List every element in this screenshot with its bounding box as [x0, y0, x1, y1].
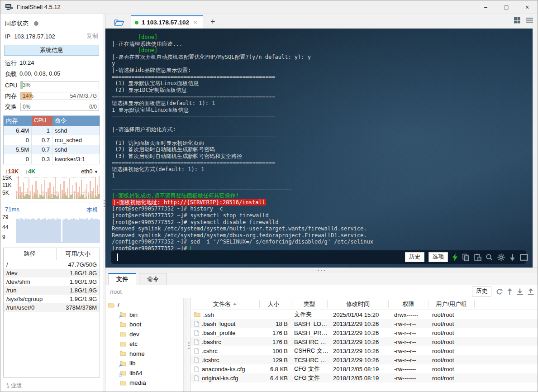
- system-info-button[interactable]: 系统信息: [4, 45, 99, 56]
- tree-item-lib64[interactable]: lib64: [108, 368, 183, 378]
- directory-tree[interactable]: /binbootdevetchomeliblib64media: [105, 298, 183, 392]
- fullscreen-icon[interactable]: [520, 254, 528, 261]
- minimize-button[interactable]: −: [475, 0, 496, 14]
- text-cursor: [117, 253, 118, 261]
- process-col-command[interactable]: 命令: [52, 116, 100, 126]
- terminal-toolbar: 历史 选项: [405, 252, 528, 262]
- terminal-line: /configer9905777352 ~]# sed -i '/^SELINU…: [112, 239, 529, 245]
- tab-close-icon[interactable]: ×: [194, 19, 197, 26]
- terminal-line: ========================================…: [112, 159, 529, 166]
- file-row-.bash_profile[interactable]: .bash_profile176 BBASH_PR…2013/12/29 10:…: [190, 328, 538, 337]
- memory-meter: 内存 14% 547M/3.7G: [0, 91, 103, 101]
- tree-item-bin[interactable]: bin: [108, 310, 183, 320]
- file-row-.cshrc[interactable]: .cshrc100 BCSHRC 文…2013/12/29 10:26-rw-r…: [190, 346, 538, 355]
- paste-icon[interactable]: [474, 253, 481, 261]
- path-input[interactable]: /root: [110, 288, 472, 295]
- disk-row[interactable]: /47.7G/50G: [4, 260, 100, 269]
- search-icon[interactable]: [486, 253, 493, 261]
- chart-tick-label: 5K: [2, 190, 9, 196]
- disk-table[interactable]: 路径 可用/大小 /47.7G/50G/dev1.8G/1.8G/dev/shm…: [3, 248, 100, 378]
- tree-item-boot[interactable]: boot: [108, 320, 183, 330]
- panel-splitter[interactable]: [105, 268, 538, 273]
- tree-item-home[interactable]: home: [108, 349, 183, 359]
- scroll-to-bottom-icon[interactable]: [509, 253, 516, 261]
- file-row-.bashrc[interactable]: .bashrc176 BBASHRC …2013/12/29 10:26-rw-…: [190, 337, 538, 346]
- finalshell-window: FinalShell 4.5.12 − □ × 同步状态 IP 103.178.…: [0, 0, 538, 392]
- terminal-scrollbar[interactable]: [533, 29, 538, 268]
- maximize-button[interactable]: □: [496, 0, 517, 14]
- tree-item-dev[interactable]: dev: [108, 330, 183, 339]
- disk-row[interactable]: /sys/fs/cgroup1.9G/1.9G: [4, 295, 100, 303]
- process-col-memory[interactable]: 内存: [4, 116, 32, 126]
- sidebar: 同步状态 IP 103.178.57.102 复制 系统信息 运行 10:24 …: [0, 14, 103, 392]
- pathbar: /root 历史: [105, 285, 538, 298]
- new-tab-button[interactable]: +: [208, 17, 218, 29]
- disk-row[interactable]: /dev/shm1.9G/1.9G: [4, 277, 100, 286]
- tree-item-etc[interactable]: etc: [108, 339, 183, 349]
- file-row-original-ks.cfg[interactable]: original-ks.cfg6.4 KBCFG 文件2018/12/05 08…: [190, 373, 538, 382]
- options-button[interactable]: 选项: [428, 252, 448, 262]
- process-col-cpu[interactable]: CPU: [32, 116, 52, 126]
- refresh-icon[interactable]: [496, 288, 503, 295]
- disk-row[interactable]: /run/user/0378M/378M: [4, 303, 100, 312]
- close-button[interactable]: ×: [517, 0, 538, 14]
- terminal-line: (1) 显示默认宝塔Linux面板信息: [112, 80, 529, 87]
- folder-icon: [120, 322, 126, 327]
- terminal[interactable]: [done]|-正在清理系统使用痕迹... [done]|-是否在首次开机自动按…: [105, 29, 533, 268]
- tree-item-media[interactable]: media: [108, 378, 183, 388]
- disk-col-size[interactable]: 可用/大小: [57, 248, 100, 260]
- download-icon[interactable]: [517, 288, 523, 295]
- file-col-user[interactable]: 用户/用户组: [428, 300, 475, 308]
- file-col-size[interactable]: 大小: [260, 300, 291, 308]
- app-logo-icon: [5, 4, 13, 10]
- grid-view-icon[interactable]: [514, 17, 520, 24]
- file-icon: [194, 348, 199, 354]
- sync-status-label: 同步状态: [5, 19, 29, 28]
- file-row-.bash_logout[interactable]: .bash_logout18 BBASH_LO…2013/12/29 10:26…: [190, 319, 538, 328]
- tab-commands[interactable]: 命令: [139, 273, 167, 285]
- terminal-line: |-是否在首次开机自动按机器配置优化PHP/MySQL配置?(y/n defau…: [112, 54, 529, 61]
- terminal-line: [root@ser9905777352 ~]# systemctl disabl…: [112, 219, 529, 226]
- file-row-anaconda-ks.cfg[interactable]: anaconda-ks.cfg6.8 KBCFG 文件2018/12/05 08…: [190, 364, 538, 373]
- parent-directory-icon[interactable]: [507, 288, 512, 295]
- terminal-line: y: [112, 60, 529, 67]
- file-col-mtime[interactable]: 修改时间: [328, 300, 389, 308]
- menu-icon[interactable]: [526, 17, 533, 23]
- copy-icon[interactable]: [462, 253, 470, 261]
- tree-item-root[interactable]: /: [108, 300, 183, 310]
- disk-col-path[interactable]: 路径: [4, 248, 57, 260]
- process-row[interactable]: 6.4M1sshd: [4, 126, 100, 135]
- settings-gear-icon[interactable]: [497, 253, 505, 261]
- process-row[interactable]: 00.3kworker/3:1: [4, 154, 100, 164]
- history-button[interactable]: 历史: [405, 252, 424, 262]
- terminal-line: ========================================…: [112, 74, 529, 81]
- sort-asc-icon: [233, 303, 237, 305]
- file-col-type[interactable]: 类型: [291, 300, 328, 308]
- file-col-name[interactable]: 文件名: [190, 300, 260, 308]
- tree-item-lib[interactable]: lib: [108, 359, 183, 368]
- tree-splitter[interactable]: [187, 298, 190, 392]
- tree-scrollbar[interactable]: [183, 298, 187, 392]
- disk-row[interactable]: /dev1.8G/1.8G: [4, 269, 100, 277]
- file-table: 文件名大小类型修改时间权限用户/用户组 .ssh文件夹2025/01/04 15…: [190, 298, 538, 392]
- tab-files[interactable]: 文件: [108, 273, 136, 285]
- accelerate-icon[interactable]: [452, 253, 458, 261]
- file-icon: [194, 339, 199, 345]
- path-history-button[interactable]: 历史: [472, 287, 491, 296]
- file-col-perm[interactable]: 权限: [389, 300, 428, 308]
- upload-icon[interactable]: [528, 288, 534, 295]
- chart-tick-label: 9: [2, 234, 5, 240]
- load-value: 0.00, 0.03, 0.05: [19, 70, 60, 78]
- network-interface-select[interactable]: eth0 ▼: [81, 168, 98, 175]
- file-row-.ssh[interactable]: .ssh文件夹2025/01/04 15:20drwx------root/ro…: [190, 310, 538, 319]
- copy-ip-button[interactable]: 复制: [86, 32, 98, 40]
- terminal-line: ========================================…: [112, 93, 529, 100]
- disk-row[interactable]: /run1.8G/1.9G: [4, 286, 100, 295]
- file-row-.tcshrc[interactable]: .tcshrc129 BTCSHRC …2013/12/29 10:26-rw-…: [190, 355, 538, 364]
- process-row[interactable]: 00.7rcu_sched: [4, 135, 100, 145]
- process-table[interactable]: 内存 CPU 命令 6.4M1sshd00.7rcu_sched5.5M0.7s…: [3, 115, 100, 164]
- terminal-line: ========================================…: [112, 186, 529, 193]
- process-row[interactable]: 5.5M0.7sshd: [4, 145, 100, 154]
- connection-manager-button[interactable]: [110, 16, 128, 29]
- session-tab[interactable]: 1 103.178.57.102 ×: [131, 15, 203, 29]
